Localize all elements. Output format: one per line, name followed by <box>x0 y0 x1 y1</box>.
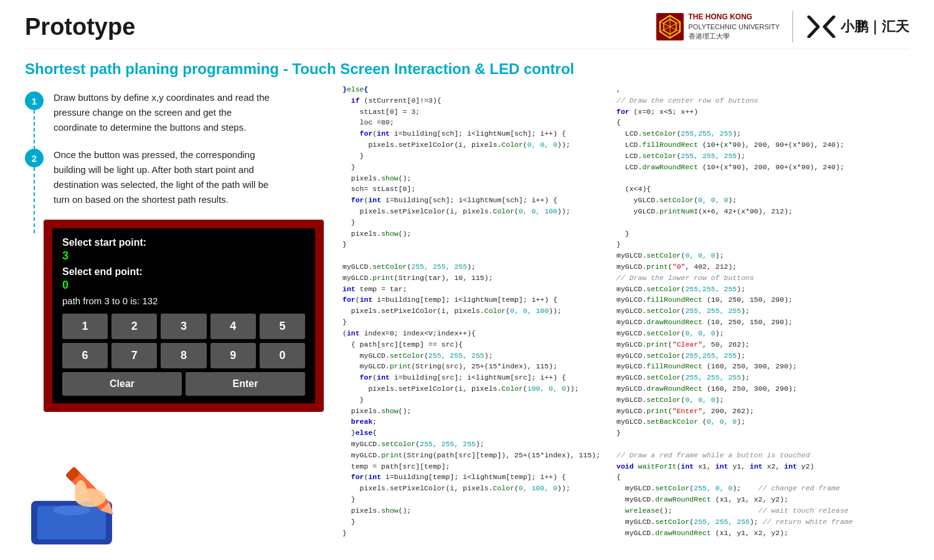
numpad-btn-9[interactable]: 9 <box>210 343 256 368</box>
polyu-logo-icon <box>656 13 684 40</box>
xiaopeng-icon <box>806 16 837 38</box>
right-code-panel: , // Draw the center row of buttons for … <box>610 84 922 557</box>
right-code-block: , // Draw the center row of buttons for … <box>616 84 915 538</box>
step-1: 1 Draw buttons by define x,y coordinates… <box>25 90 324 135</box>
numpad-btn-0[interactable]: 0 <box>260 343 305 368</box>
section-heading: Shortest path planing programming - Touc… <box>0 49 934 84</box>
left-panel: 1 Draw buttons by define x,y coordinates… <box>12 84 336 557</box>
page-title: Prototype <box>25 14 135 40</box>
touchscreen-container: Select start point: 3 Select end point: … <box>44 220 324 412</box>
numpad-btn-1[interactable]: 1 <box>62 314 108 339</box>
numpad-btn-3[interactable]: 3 <box>161 314 206 339</box>
enter-button[interactable]: Enter <box>186 372 305 396</box>
middle-code-panel: }else{ if (stCurrent[0]!=3){ stLast[0] =… <box>336 84 610 557</box>
stylus-decoration <box>25 451 137 551</box>
ts-start-label: Select start point: <box>62 237 305 248</box>
svg-point-13 <box>75 480 87 503</box>
ts-path-text: path from 3 to 0 is: 132 <box>62 296 305 306</box>
numpad-bottom: Clear Enter <box>62 372 305 396</box>
svg-point-8 <box>53 505 90 515</box>
polyu-logo: THE HONG KONG POLYTECHNIC UNIVERSITY 香港理… <box>656 12 780 42</box>
step-2: 2 Once the button was pressed, the corre… <box>25 147 324 207</box>
ts-end-label: Select end point: <box>62 266 305 278</box>
step-1-text: Draw buttons by define x,y coordinates a… <box>54 90 278 135</box>
step-1-number: 1 <box>25 91 44 110</box>
numpad-btn-7[interactable]: 7 <box>111 343 157 368</box>
numpad-btn-2[interactable]: 2 <box>111 314 157 339</box>
main-content: 1 Draw buttons by define x,y coordinates… <box>0 84 934 557</box>
touchscreen-inner: Select start point: 3 Select end point: … <box>52 228 315 403</box>
middle-code-block: }else{ if (stCurrent[0]!=3){ stLast[0] =… <box>342 84 604 538</box>
brand-text: 小鹏｜汇天 <box>841 17 909 36</box>
step-2-number: 2 <box>25 149 44 167</box>
ts-end-value: 0 <box>62 279 305 292</box>
polyu-text: THE HONG KONG POLYTECHNIC UNIVERSITY 香港理… <box>689 12 780 42</box>
numpad-btn-5[interactable]: 5 <box>260 314 305 339</box>
header: Prototype THE HONG KONG POLYTECHNIC UNIV… <box>0 0 934 49</box>
logos-area: THE HONG KONG POLYTECHNIC UNIVERSITY 香港理… <box>656 11 910 42</box>
numpad-btn-4[interactable]: 4 <box>210 314 256 339</box>
logo-divider <box>792 11 793 42</box>
polyu-sub2: 香港理工大學 <box>689 32 780 41</box>
numpad-row1: 1 2 3 4 5 6 7 8 9 0 <box>62 314 305 368</box>
numpad-btn-6[interactable]: 6 <box>62 343 108 368</box>
polyu-sub1: POLYTECHNIC UNIVERSITY <box>689 22 780 32</box>
ts-start-value: 3 <box>62 250 305 263</box>
xiaopeng-logo: 小鹏｜汇天 <box>806 16 909 38</box>
polyu-main-name: THE HONG KONG <box>689 12 780 22</box>
step-2-text: Once the button was pressed, the corresp… <box>54 147 278 207</box>
clear-button[interactable]: Clear <box>62 372 182 396</box>
numpad-btn-8[interactable]: 8 <box>161 343 206 368</box>
stylus-svg <box>25 451 137 551</box>
